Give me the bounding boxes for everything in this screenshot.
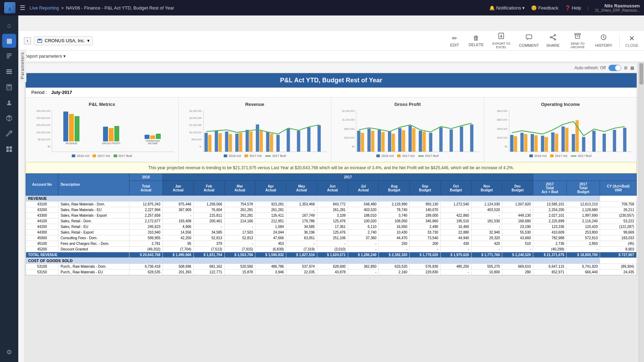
breadcrumb-sep: > — [61, 5, 64, 11]
svg-rect-82 — [361, 133, 364, 152]
col-feb: FebActual — [193, 181, 224, 196]
charts-row: P&L Metrics $25,000,000 $20,000,000 $15,… — [26, 97, 637, 162]
chart-panel-revenue: Revenue $2,500,000 $2,000,000 $1,500,000… — [179, 97, 332, 162]
svg-rect-47 — [287, 129, 290, 152]
hamburger-menu[interactable]: ☰ — [20, 4, 25, 12]
toggle-knob — [615, 65, 621, 71]
history-icon — [600, 34, 607, 43]
svg-rect-45 — [266, 132, 269, 152]
svg-rect-54 — [239, 133, 242, 152]
top-nav-right: 🔔 Notifications ▾ 😊 Feedback ❓ Help | Ni… — [489, 3, 640, 12]
feedback-btn[interactable]: 😊 Feedback — [531, 5, 558, 11]
vertical-scrollbar[interactable] — [638, 62, 644, 362]
edit-icon: ✏ — [452, 34, 457, 42]
table-row: 43100 Sales, Raw Materials - Dom. 12,875… — [26, 202, 637, 207]
history-button[interactable]: HISTORY — [595, 34, 612, 47]
sidebar-item-settings[interactable]: ⚙ — [2, 345, 16, 359]
svg-line-33 — [551, 36, 554, 38]
comment-icon — [525, 34, 533, 43]
company-selector[interactable]: CRONUS USA, Inc. ▾ — [34, 36, 93, 45]
chart-title-pl: P&L Metrics — [30, 102, 174, 107]
help-btn[interactable]: ❓ Help — [565, 5, 581, 11]
svg-rect-81 — [470, 125, 473, 152]
top-nav: ☰ Live Reporting > NAV06 - Finance - P&L… — [0, 0, 644, 15]
grid-view-icon[interactable]: ⊞ — [624, 65, 627, 70]
svg-rect-40 — [215, 131, 218, 152]
comment-button[interactable]: COMMENT — [519, 34, 539, 47]
svg-rect-70 — [357, 131, 360, 152]
svg-rect-36 — [575, 35, 580, 38]
svg-rect-22 — [9, 146, 12, 149]
autorefresh-label: Auto-refresh: Off — [575, 65, 606, 70]
svg-rect-117 — [555, 134, 558, 152]
breadcrumb-live-reporting[interactable]: Live Reporting — [30, 5, 59, 11]
sidebar-item-users[interactable] — [2, 96, 16, 110]
svg-rect-114 — [524, 134, 527, 152]
svg-point-15 — [9, 88, 9, 89]
report-container: P&L Act YTD, Budget Rest of Year Period … — [25, 73, 637, 275]
col-may: MayActual — [286, 181, 317, 196]
chart-panel-operating-income: Operating Income $800,000 $600,000 $400,… — [484, 97, 637, 162]
report-scroll-area[interactable]: Auto-refresh: Off ⊞ ▦ P&L Act YTD, Budge… — [24, 62, 638, 362]
sidebar-item-calculator[interactable] — [2, 80, 16, 94]
svg-rect-102 — [520, 133, 523, 152]
bar-revenue-2017act — [69, 114, 74, 141]
sidebar-toggle[interactable]: › — [24, 37, 31, 44]
sidebar-item-home[interactable]: ⌂ — [2, 18, 16, 32]
col-2017-total-budget: 2017TotalBudget — [567, 181, 600, 196]
close-button[interactable]: ✕ CLOSE — [619, 34, 638, 47]
list-view-icon[interactable]: ▦ — [630, 65, 634, 70]
table-row: 44300 Sales, Retail - Export 310,940 14,… — [26, 230, 637, 235]
col-acct-no: Account No — [26, 174, 58, 196]
sidebar-item-apps[interactable] — [2, 142, 16, 156]
svg-rect-44 — [256, 125, 259, 152]
share-button[interactable]: SHARE — [546, 34, 560, 47]
col-description: Description — [58, 174, 129, 196]
export-to-excel-button[interactable]: EXPORT TO EXCEL — [491, 32, 512, 49]
autorefresh-bar: Auto-refresh: Off ⊞ ▦ — [25, 63, 637, 73]
svg-rect-78 — [439, 127, 442, 152]
svg-rect-52 — [218, 133, 222, 152]
sidebar-item-tools[interactable] — [2, 127, 16, 141]
svg-rect-112 — [623, 128, 626, 152]
autorefresh-toggle[interactable] — [608, 65, 621, 71]
col-apr: AprActual — [255, 181, 286, 196]
sidebar-item-reports[interactable] — [2, 49, 16, 63]
notifications-btn[interactable]: 🔔 Notifications ▾ — [489, 5, 525, 11]
svg-point-16 — [10, 88, 11, 89]
col-2016-total: TotalActual — [129, 181, 162, 196]
delete-button[interactable]: 🗑 DELETE — [469, 34, 484, 47]
chart-panel-pl-metrics: P&L Metrics $25,000,000 $20,000,000 $15,… — [26, 97, 179, 162]
bar-grossprofit-2017bud — [114, 126, 119, 141]
col-jul: JulActual — [348, 181, 379, 196]
col-oct: OctBudget — [440, 181, 471, 196]
table-row: 44100 Sales, Retail - Dom. 2,172,677 193… — [26, 218, 637, 224]
col-header-2016: 2016 — [129, 174, 162, 181]
chart-title-gross-profit: Gross Profit — [336, 102, 480, 107]
svg-rect-26 — [39, 39, 41, 40]
params-label-text: Report parameters — [24, 53, 62, 59]
svg-rect-23 — [6, 150, 9, 152]
table-row: 43300 Sales, Raw Materials - Export 2,25… — [26, 213, 637, 218]
section-cogs-label: COST OF GOODS SOLD — [26, 258, 600, 264]
chart-title-revenue: Revenue — [183, 102, 327, 107]
total-revenue-row: TOTAL REVENUE $ 20,643,768 $ 1,490,866 $… — [26, 252, 637, 258]
bar-revenue-2016act — [63, 112, 68, 141]
send-to-archive-button[interactable]: SEND TO ARCHIVE — [567, 32, 588, 49]
bar-opincome-2016act — [145, 135, 149, 139]
delete-icon: 🗑 — [473, 34, 479, 42]
svg-rect-7 — [6, 71, 12, 72]
svg-rect-115 — [534, 135, 537, 152]
svg-rect-8 — [6, 73, 12, 74]
sidebar-item-list[interactable] — [2, 65, 16, 79]
chart-legend-gross-profit: 2016 Act 2017 Act 2017 Bud — [336, 154, 480, 158]
sidebar-item-cubes[interactable] — [2, 111, 16, 125]
edit-button[interactable]: ✏ EDIT — [448, 34, 462, 47]
svg-rect-79 — [449, 129, 453, 152]
svg-rect-77 — [429, 133, 432, 152]
report-params-toggle[interactable]: Report parameters ▾ — [24, 53, 66, 59]
operating-income-chart-svg: Jan Feb Mar Apr May Jun Jul Aug Sep Oc — [509, 110, 633, 152]
sidebar-item-dashboard[interactable]: ▦ — [2, 34, 16, 48]
svg-point-12 — [9, 87, 9, 88]
svg-rect-118 — [565, 128, 568, 152]
